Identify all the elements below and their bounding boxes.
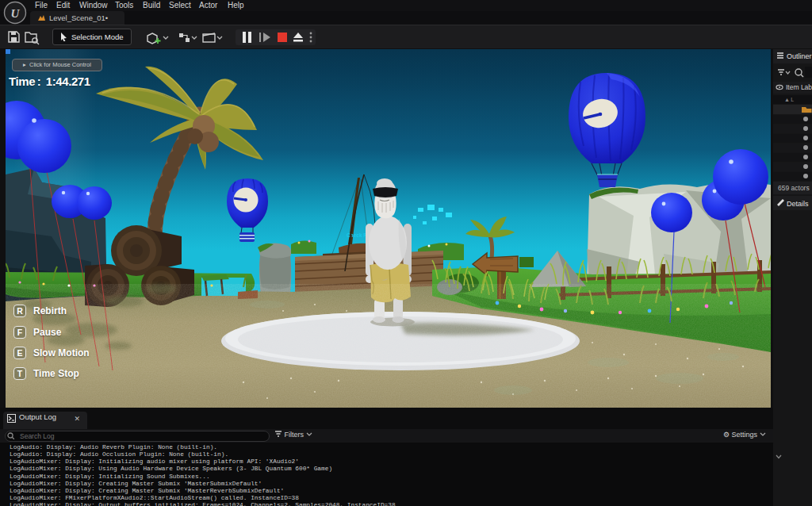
svg-text:Outliner: Outliner: [787, 52, 812, 60]
svg-text:Item Lab: Item Lab: [786, 83, 812, 91]
svg-text:659 actors: 659 actors: [778, 184, 810, 192]
svg-text:Details: Details: [787, 200, 809, 208]
svg-text:U: U: [11, 7, 21, 20]
svg-text:▲ L: ▲ L: [784, 97, 794, 102]
